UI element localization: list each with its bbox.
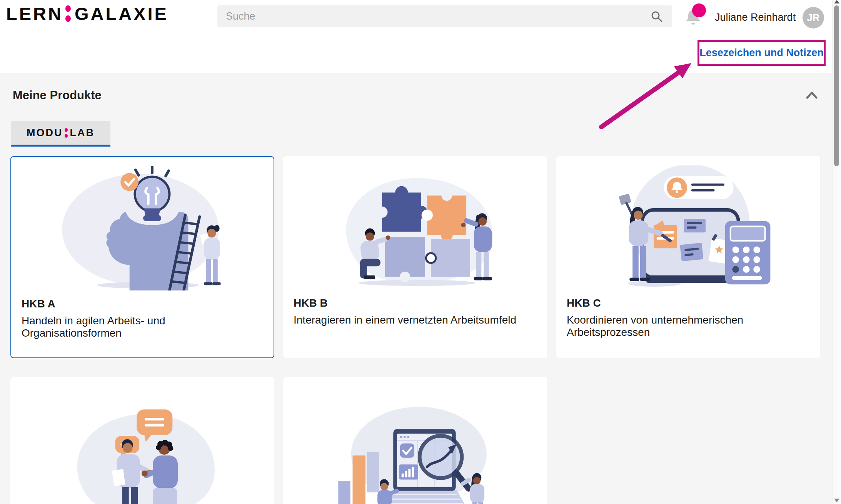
logo-colon-icon [65, 5, 71, 22]
search-icon[interactable] [651, 10, 663, 23]
product-description: Koordinieren von unternehmerischen Arbei… [567, 314, 809, 339]
chevron-up-icon [803, 86, 821, 105]
illustration-laptop-data-analysis [283, 398, 547, 504]
product-card-hkb-b[interactable]: HKB B Interagieren in einem vernetzten A… [283, 156, 547, 358]
tab-modulab[interactable]: MODU LAB [11, 121, 110, 147]
app-window: LERN GALAXIE Juliane Reinhardt JR Leseze… [0, 0, 841, 504]
search-input[interactable] [217, 5, 672, 27]
illustration-task-board-calculator [556, 165, 820, 294]
product-card-hkb-a[interactable]: HKB A Handeln in agilen Arbeits- und Org… [10, 156, 274, 358]
product-card[interactable] [283, 377, 547, 504]
product-card[interactable] [10, 377, 274, 504]
triangle-down-icon[interactable] [834, 499, 839, 502]
tab-text-suffix: LAB [70, 127, 95, 139]
logo-text-suffix: GALAXIE [75, 3, 169, 24]
avatar[interactable]: JR [803, 7, 824, 28]
illustration-handshake-conversation [10, 398, 274, 504]
scrollbar-thumb[interactable] [834, 5, 839, 166]
logo-text-prefix: LERN [6, 3, 63, 24]
vertical-scrollbar[interactable] [832, 0, 841, 504]
section-title: Meine Produkte [13, 88, 102, 102]
annotation-highlight-box: Lesezeichen und Notizen [697, 40, 826, 66]
product-title: HKB C [567, 297, 601, 309]
product-title: HKB B [294, 297, 328, 309]
section-collapse-button[interactable] [803, 86, 821, 105]
product-description: Interagieren in einem vernetzten Arbeits… [294, 314, 536, 326]
tab-colon-icon [65, 128, 68, 138]
tab-text-prefix: MODU [27, 127, 63, 139]
illustration-idea-head-lightbulb [11, 166, 274, 295]
illustration-puzzle-teamwork [283, 165, 547, 294]
lerngalaxie-logo[interactable]: LERN GALAXIE [6, 3, 169, 24]
user-name[interactable]: Juliane Reinhardt [715, 12, 796, 23]
product-description: Handeln in agilen Arbeits- und Organisat… [22, 315, 262, 340]
product-card-hkb-c[interactable]: HKB C Koordinieren von unternehmerischen… [556, 156, 820, 358]
search-bar [217, 5, 672, 27]
triangle-up-icon[interactable] [834, 0, 839, 3]
notification-badge [692, 3, 706, 17]
product-title: HKB A [22, 298, 55, 310]
bookmarks-and-notes-link[interactable]: Lesezeichen und Notizen [699, 47, 824, 59]
